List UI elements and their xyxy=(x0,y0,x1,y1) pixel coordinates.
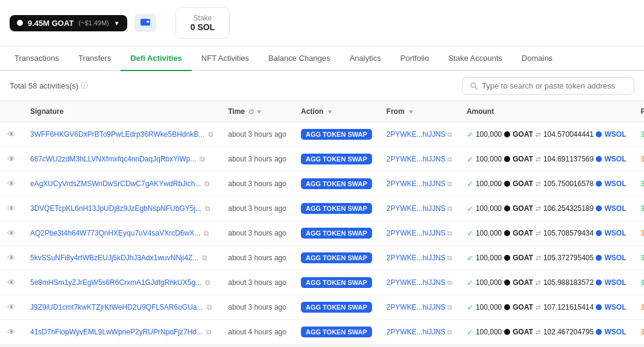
eye-cell[interactable]: 👁 xyxy=(0,172,23,196)
eye-cell[interactable]: 👁 xyxy=(0,147,23,172)
action-badge: AGG TOKEN SWAP xyxy=(301,129,372,140)
copy-icon[interactable]: ⧉ xyxy=(204,229,209,237)
from-copy-icon[interactable]: ⧉ xyxy=(447,279,452,287)
tab-nft[interactable]: NFT Activities xyxy=(192,46,259,71)
signature-link[interactable]: 3WFF6HKGV6DxPrBTo9PwLEdrp36RWke5BHdnkB..… xyxy=(30,130,204,139)
tab-analytics[interactable]: Analytics xyxy=(340,46,391,71)
signature-link[interactable]: J9Z9iUD1cmt7kwKTZjrKtWeHD2U9QFL5AR6oGUa.… xyxy=(30,303,203,311)
from-address[interactable]: 2PYWKE...hiJJNS xyxy=(387,303,446,311)
tab-portfolio[interactable]: Portfolio xyxy=(391,46,439,71)
from-copy-icon[interactable]: ⧉ xyxy=(447,230,452,237)
from-address[interactable]: 2PYWKE...hiJJNS xyxy=(387,328,446,336)
from-address[interactable]: 2PYWKE...hiJJNS xyxy=(387,204,446,213)
swap-arrow-icon: ⇄ xyxy=(535,254,541,262)
from-copy-icon[interactable]: ⧉ xyxy=(447,155,452,163)
signature-link[interactable]: 3DVQETcpKL6nH13JpUDj8z9JzEgbNspNFUbGY5j.… xyxy=(30,204,201,213)
eye-icon[interactable]: 👁 xyxy=(7,253,16,263)
eye-icon[interactable]: 👁 xyxy=(7,204,16,213)
tab-balance[interactable]: Balance Changes xyxy=(259,46,340,71)
tab-domains[interactable]: Domains xyxy=(512,46,562,71)
copy-icon[interactable]: ⧉ xyxy=(204,180,210,188)
eye-cell[interactable]: 👁 xyxy=(0,122,23,147)
signature-link[interactable]: AQ2Pbe3t4h64W773QnHXEyqu7uV4saVXrcD6wX..… xyxy=(30,229,200,237)
wsol-token-dot xyxy=(596,329,602,335)
time-cell: about 3 hours ago xyxy=(221,122,294,147)
eye-icon[interactable]: 👁 xyxy=(7,278,16,287)
wsol-token-dot xyxy=(596,304,602,310)
amount-cell: ✓ 100,000 GOAT ⇄ 107.121615414 WSOL xyxy=(459,295,634,320)
from-copy-icon[interactable]: ⧉ xyxy=(447,254,452,262)
amount-cell: ✓ 100,000 GOAT ⇄ 105.372795405 WSOL xyxy=(459,246,634,270)
tab-stake[interactable]: Stake Accounts xyxy=(438,46,512,71)
copy-icon[interactable]: ⧉ xyxy=(202,254,207,262)
action-cell: AGG TOKEN SWAP xyxy=(294,295,379,320)
amount-cell: ✓ 100,000 GOAT ⇄ 104.691137569 WSOL xyxy=(459,147,634,172)
from-copy-icon[interactable]: ⧉ xyxy=(447,180,452,188)
from-filter-icon[interactable]: ▼ xyxy=(408,108,414,115)
tab-transfers[interactable]: Transfers xyxy=(69,46,121,71)
token-sub: (~$1.49M) xyxy=(78,19,109,27)
action-badge: AGG TOKEN SWAP xyxy=(301,228,372,239)
amount-from: 100,000 xyxy=(476,155,502,163)
token-selector[interactable]: 9.45M GOAT (~$1.49M) ▼ xyxy=(10,15,127,31)
eye-cell[interactable]: 👁 xyxy=(0,320,23,345)
amount-from: 100,000 xyxy=(476,303,502,311)
action-badge: AGG TOKEN SWAP xyxy=(301,327,372,337)
signature-link[interactable]: 41sD7hFiopWyvEML9LwWpneP2yRUPrNpoFjz7Hd.… xyxy=(30,328,203,336)
tab-defi[interactable]: Defi Activities xyxy=(121,46,192,71)
from-copy-icon[interactable]: ⧉ xyxy=(447,131,452,139)
total-activities: Total 58 activities(s) ⓘ xyxy=(10,81,88,91)
eye-icon[interactable]: 👁 xyxy=(7,327,16,337)
from-copy-icon[interactable]: ⧉ xyxy=(447,304,452,311)
eye-cell[interactable]: 👁 xyxy=(0,270,23,295)
from-address[interactable]: 2PYWKE...hiJJNS xyxy=(387,155,446,163)
table-row: 👁 5kvSSuNFi8y4rtWBzEUJj5kDJhJ3Adx1wuvNNj… xyxy=(0,246,644,270)
action-badge: AGG TOKEN SWAP xyxy=(301,252,372,263)
copy-icon[interactable]: ⧉ xyxy=(207,303,212,311)
action-filter-icon[interactable]: ▼ xyxy=(327,108,333,115)
from-cell: 2PYWKE...hiJJNS ⧉ xyxy=(379,221,459,246)
copy-icon[interactable]: ⧉ xyxy=(208,130,213,139)
from-address[interactable]: 2PYWKE...hiJJNS xyxy=(387,180,446,188)
from-cell: 2PYWKE...hiJJNS ⧉ xyxy=(379,270,459,295)
token-from-label: GOAT xyxy=(513,303,533,311)
wallet-icon-button[interactable] xyxy=(134,14,156,32)
eye-icon[interactable]: 👁 xyxy=(7,302,16,312)
token-dot xyxy=(17,20,23,26)
search-input[interactable] xyxy=(482,81,627,90)
from-address[interactable]: 2PYWKE...hiJJNS xyxy=(387,130,446,139)
eye-icon[interactable]: 👁 xyxy=(7,228,16,238)
time-filter-icon[interactable]: ⏱ ▼ xyxy=(248,108,262,115)
col-action: Action ▼ xyxy=(294,101,379,122)
eye-icon[interactable]: 👁 xyxy=(7,154,16,164)
from-address[interactable]: 2PYWKE...hiJJNS xyxy=(387,254,446,262)
eye-cell[interactable]: 👁 xyxy=(0,196,23,221)
eye-icon[interactable]: 👁 xyxy=(7,130,16,139)
amount-to: 104.570044441 xyxy=(543,130,593,139)
eye-cell[interactable]: 👁 xyxy=(0,295,23,320)
eye-cell[interactable]: 👁 xyxy=(0,246,23,270)
from-address[interactable]: 2PYWKE...hiJJNS xyxy=(387,278,446,287)
amount-to: 106.254325189 xyxy=(543,204,593,213)
from-address[interactable]: 2PYWKE...hiJJNS xyxy=(387,229,446,237)
copy-icon[interactable]: ⧉ xyxy=(205,278,210,287)
eye-icon[interactable]: 👁 xyxy=(7,179,16,189)
chevron-down-icon: ▼ xyxy=(114,20,120,27)
signature-link[interactable]: 667cWU2zdM3hLLVNXfmxfqc4nnDaqJqRbxYiWp..… xyxy=(30,155,196,163)
token-from-label: GOAT xyxy=(513,180,533,188)
signature-link[interactable]: 5e8mHSm1yZJrEgW5s6R6CrxmA1GJdfgRhkUX5g..… xyxy=(30,278,201,287)
tab-transactions[interactable]: Transactions xyxy=(5,46,69,71)
from-cell: 2PYWKE...hiJJNS ⧉ xyxy=(379,196,459,221)
from-copy-icon[interactable]: ⧉ xyxy=(447,205,452,213)
copy-icon[interactable]: ⧉ xyxy=(205,204,210,213)
copy-icon[interactable]: ⧉ xyxy=(206,328,212,336)
check-circle-icon: ✓ xyxy=(467,254,473,263)
copy-icon[interactable]: ⧉ xyxy=(200,155,205,163)
from-cell: 2PYWKE...hiJJNS ⧉ xyxy=(379,172,459,196)
search-box[interactable] xyxy=(462,77,634,95)
eye-cell[interactable]: 👁 xyxy=(0,221,23,246)
signature-link[interactable]: 5kvSSuNFi8y4rtWBzEUJj5kDJhJ3Adx1wuvNNji4… xyxy=(30,254,198,262)
stake-label: Stake xyxy=(191,14,215,22)
signature-link[interactable]: eAgXUCyVrdsZMSWriDwSrCDwC7gAKYwdRbJich..… xyxy=(30,180,201,188)
from-copy-icon[interactable]: ⧉ xyxy=(447,328,452,336)
